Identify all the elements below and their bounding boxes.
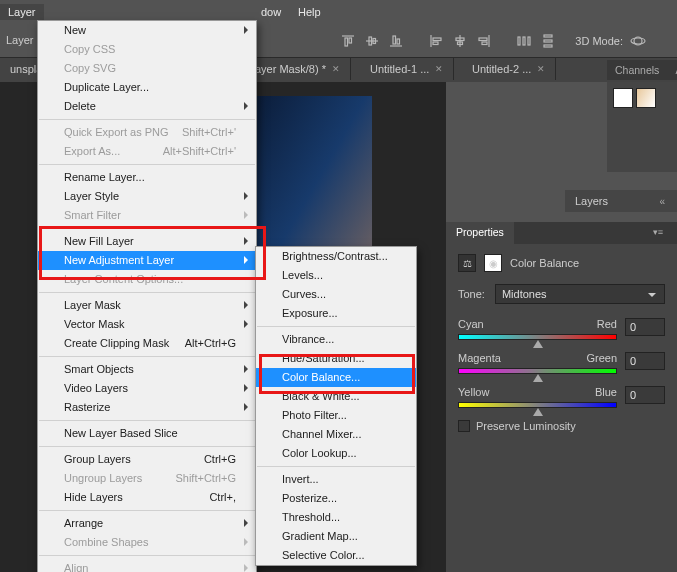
slider-left-label: Cyan (458, 318, 484, 330)
submenu-selective-color[interactable]: Selective Color... (256, 546, 416, 565)
svg-rect-0 (345, 38, 348, 46)
panel-menu-icon[interactable]: ▾≡ (653, 227, 663, 237)
align-vcenter-icon[interactable] (363, 30, 381, 52)
tone-select[interactable]: Midtones (495, 284, 665, 304)
svg-rect-17 (544, 45, 552, 47)
layer-thumb-photo[interactable] (636, 88, 656, 108)
menu-new-fill-layer[interactable]: New Fill Layer (38, 232, 256, 251)
submenu-exposure[interactable]: Exposure... (256, 304, 416, 323)
submenu-color-lookup[interactable]: Color Lookup... (256, 444, 416, 463)
menu-rename-layer[interactable]: Rename Layer... (38, 168, 256, 187)
doc-tab-mask[interactable]: ayer Mask/8) *✕ (245, 58, 351, 80)
submenu-posterize[interactable]: Posterize... (256, 489, 416, 508)
layers-floater: Layers « (565, 190, 677, 212)
menu-new-adjustment-layer[interactable]: New Adjustment Layer (38, 251, 256, 270)
svg-rect-4 (393, 36, 396, 44)
svg-rect-15 (544, 35, 552, 37)
submenu-photo-filter[interactable]: Photo Filter... (256, 406, 416, 425)
svg-rect-16 (544, 40, 552, 42)
layer-menu: New Copy CSS Copy SVG Duplicate Layer...… (37, 20, 257, 572)
align-bottom-icon[interactable] (387, 30, 405, 52)
mask-icon: ◉ (484, 254, 502, 272)
svg-rect-11 (482, 42, 487, 45)
svg-rect-12 (518, 37, 520, 45)
slider-cyan-red[interactable] (458, 334, 617, 340)
orbit-icon[interactable] (629, 30, 647, 52)
menu-window[interactable]: dow (253, 4, 289, 20)
slider-right-label: Green (586, 352, 617, 364)
menu-vector-mask[interactable]: Vector Mask (38, 315, 256, 334)
submenu-threshold[interactable]: Threshold... (256, 508, 416, 527)
align-hcenter-icon[interactable] (451, 30, 469, 52)
menu-export-as: Export As...Alt+Shift+Ctrl+' (38, 142, 256, 161)
menu-duplicate-layer[interactable]: Duplicate Layer... (38, 78, 256, 97)
svg-point-19 (631, 38, 645, 44)
menu-layer-mask[interactable]: Layer Mask (38, 296, 256, 315)
close-icon[interactable]: ✕ (332, 64, 340, 74)
menu-quick-export: Quick Export as PNGShift+Ctrl+' (38, 123, 256, 142)
slider-magenta-green[interactable] (458, 368, 617, 374)
close-icon[interactable]: ✕ (537, 64, 545, 74)
close-icon[interactable]: ✕ (435, 64, 443, 74)
layer-thumb-white[interactable] (613, 88, 633, 108)
submenu-brightness[interactable]: Brightness/Contrast... (256, 247, 416, 266)
preserve-luminosity-checkbox[interactable] (458, 420, 470, 432)
menu-clipping-mask[interactable]: Create Clipping MaskAlt+Ctrl+G (38, 334, 256, 353)
slider-yellow-blue[interactable] (458, 402, 617, 408)
submenu-black-white[interactable]: Black & White... (256, 387, 416, 406)
properties-panel: Properties ▾≡ ⚖ ◉ Color Balance Tone: Mi… (446, 222, 677, 572)
menu-smart-filter: Smart Filter (38, 206, 256, 225)
menu-copy-svg: Copy SVG (38, 59, 256, 78)
panel-ac[interactable]: Ac (667, 60, 677, 80)
align-top-icon[interactable] (339, 30, 357, 52)
menu-hide-layers[interactable]: Hide LayersCtrl+, (38, 488, 256, 507)
menu-smart-objects[interactable]: Smart Objects (38, 360, 256, 379)
menu-group-layers[interactable]: Group LayersCtrl+G (38, 450, 256, 469)
submenu-vibrance[interactable]: Vibrance... (256, 330, 416, 349)
submenu-color-balance[interactable]: Color Balance... (256, 368, 416, 387)
slider-value-cyan-red[interactable] (625, 318, 665, 336)
menu-arrange[interactable]: Arrange (38, 514, 256, 533)
menu-delete[interactable]: Delete (38, 97, 256, 116)
distribute-h-icon[interactable] (515, 30, 533, 52)
tone-label: Tone: (458, 288, 485, 300)
properties-title-row: ⚖ ◉ Color Balance (458, 254, 665, 272)
doc-tab-untitled2[interactable]: Untitled-2 ...✕ (462, 58, 556, 80)
collapse-icon[interactable]: « (659, 196, 665, 207)
adjustment-submenu: Brightness/Contrast... Levels... Curves.… (255, 246, 417, 566)
submenu-channel-mixer[interactable]: Channel Mixer... (256, 425, 416, 444)
panel-channels[interactable]: Channels (607, 60, 667, 80)
svg-rect-5 (397, 39, 400, 44)
svg-rect-1 (349, 38, 352, 43)
menu-help[interactable]: Help (290, 4, 329, 20)
menu-new[interactable]: New (38, 21, 256, 40)
doc-tab-untitled1[interactable]: Untitled-1 ...✕ (360, 58, 454, 80)
menu-layer-style[interactable]: Layer Style (38, 187, 256, 206)
menu-ungroup-layers: Ungroup LayersShift+Ctrl+G (38, 469, 256, 488)
submenu-levels[interactable]: Levels... (256, 266, 416, 285)
properties-title: Color Balance (510, 257, 579, 269)
submenu-hue-saturation[interactable]: Hue/Saturation... (256, 349, 416, 368)
align-right-icon[interactable] (475, 30, 493, 52)
align-icons-group: 3D Mode: (339, 30, 647, 52)
menu-video-layers[interactable]: Video Layers (38, 379, 256, 398)
preserve-luminosity-label: Preserve Luminosity (476, 420, 576, 432)
slider-right-label: Red (597, 318, 617, 330)
submenu-curves[interactable]: Curves... (256, 285, 416, 304)
menu-rasterize[interactable]: Rasterize (38, 398, 256, 417)
slider-value-magenta-green[interactable] (625, 352, 665, 370)
side-panel-tabs: Channels Ac (607, 60, 677, 80)
svg-rect-13 (523, 37, 525, 45)
menu-layer[interactable]: Layer (0, 4, 44, 20)
menu-layer-slice[interactable]: New Layer Based Slice (38, 424, 256, 443)
tool-label: Layer (6, 34, 34, 46)
distribute-v-icon[interactable] (539, 30, 557, 52)
tab-properties[interactable]: Properties (446, 222, 514, 244)
slider-left-label: Magenta (458, 352, 501, 364)
submenu-invert[interactable]: Invert... (256, 470, 416, 489)
align-left-icon[interactable] (427, 30, 445, 52)
slider-value-yellow-blue[interactable] (625, 386, 665, 404)
menu-layer-content-options: Layer Content Options... (38, 270, 256, 289)
submenu-gradient-map[interactable]: Gradient Map... (256, 527, 416, 546)
menu-align: Align (38, 559, 256, 572)
